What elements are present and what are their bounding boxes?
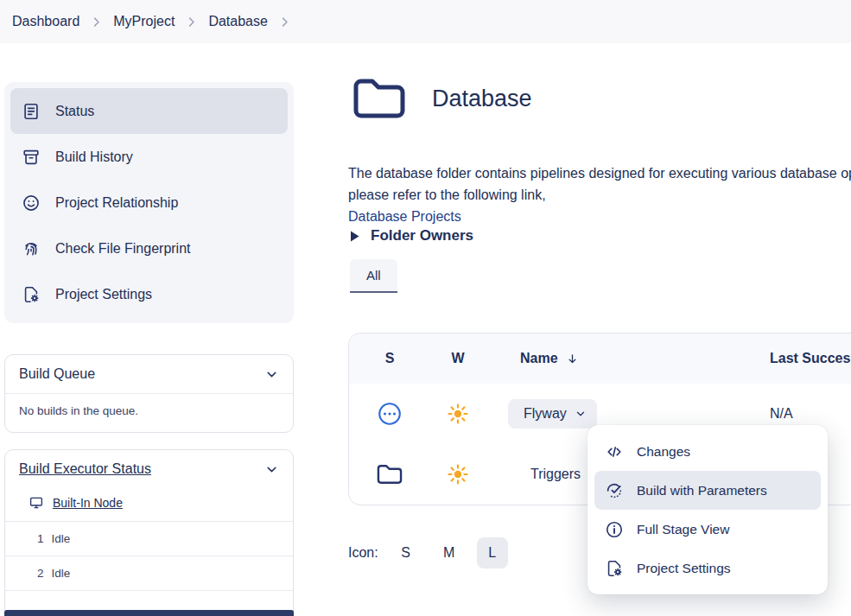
menu-item-label: Changes <box>637 444 690 460</box>
icon-size-large[interactable]: L <box>477 537 508 568</box>
chevron-right-icon <box>90 16 103 29</box>
folder-icon[interactable] <box>377 463 403 486</box>
project-relationship-icon <box>22 194 41 213</box>
monitor-icon <box>29 495 44 511</box>
chevron-right-icon <box>185 16 198 29</box>
breadcrumb-item-database[interactable]: Database <box>208 14 268 29</box>
menu-item-project-settings[interactable]: Project Settings <box>594 549 821 587</box>
sidebar-task-panel: Status Build History Project Relationshi… <box>4 82 294 323</box>
menu-item-full-stage-view[interactable]: Full Stage View <box>594 510 821 549</box>
last-success-value: N/A <box>732 406 851 422</box>
icon-size-label: Icon: <box>348 545 378 561</box>
build-executor-status-panel: Build Executor Status Built-In Node 1 Id… <box>4 449 294 616</box>
chevron-right-icon <box>278 16 291 29</box>
executor-row[interactable]: 2 Idle <box>5 556 293 590</box>
fingerprint-icon <box>22 239 41 258</box>
sidebar-item-label: Build History <box>55 149 133 165</box>
sidebar-item-check-file-fingerprint[interactable]: Check File Fingerprint <box>10 225 288 271</box>
build-executor-status-title[interactable]: Build Executor Status <box>19 461 151 477</box>
sidebar-item-label: Check File Fingerprint <box>55 241 191 257</box>
database-projects-link[interactable]: Database Projects <box>348 206 851 227</box>
build-queue-title[interactable]: Build Queue <box>19 366 95 382</box>
page-title: Database <box>432 86 532 112</box>
cut-off-panel-edge <box>4 610 294 616</box>
divider <box>5 590 293 591</box>
code-icon <box>605 442 624 461</box>
built-in-node-link[interactable]: Built-In Node <box>53 496 123 510</box>
build-queue-panel: Build Queue No builds in the queue. <box>4 354 294 433</box>
column-header-weather[interactable]: W <box>430 351 486 366</box>
column-header-last-success[interactable]: Last Success <box>732 351 851 366</box>
build-history-icon <box>22 148 41 167</box>
job-name-dropdown[interactable]: Flyway <box>508 399 597 429</box>
executor-row[interactable]: 1 Idle <box>5 522 293 556</box>
project-settings-icon <box>605 559 624 578</box>
menu-item-label: Build with Parameters <box>637 483 767 499</box>
menu-item-label: Full Stage View <box>637 522 729 537</box>
breadcrumb-item-dashboard[interactable]: Dashboard <box>12 14 79 29</box>
menu-item-changes[interactable]: Changes <box>594 432 821 471</box>
icon-size-medium[interactable]: M <box>434 537 465 568</box>
icon-size-small[interactable]: S <box>391 537 422 568</box>
project-settings-icon <box>22 285 41 304</box>
executor-number: 2 <box>37 567 44 580</box>
info-icon <box>605 520 624 539</box>
triangle-right-icon <box>350 231 359 242</box>
sidebar-item-build-history[interactable]: Build History <box>10 134 288 180</box>
sidebar-item-status[interactable]: Status <box>10 88 288 134</box>
description-line: The database folder contains pipelines d… <box>348 162 851 184</box>
ellipsis-circle-icon[interactable] <box>377 401 403 427</box>
folder-owners-toggle[interactable]: Folder Owners <box>350 227 473 244</box>
menu-item-build-with-parameters[interactable]: Build with Parameters <box>594 471 821 510</box>
chevron-down-icon <box>575 408 587 420</box>
build-queue-empty-message: No builds in the queue. <box>5 394 293 428</box>
sort-descending-icon <box>566 352 579 365</box>
sidebar-item-label: Project Settings <box>55 287 152 302</box>
executor-state: Idle <box>52 532 71 545</box>
sun-icon <box>446 462 470 486</box>
breadcrumb-item-myproject[interactable]: MyProject <box>113 14 175 29</box>
column-header-name-label: Name <box>520 351 558 366</box>
sidebar-item-label: Status <box>55 104 94 119</box>
build-icon <box>605 481 624 500</box>
menu-item-label: Project Settings <box>637 561 731 576</box>
chevron-down-icon[interactable] <box>264 462 279 477</box>
folder-owners-label: Folder Owners <box>371 227 473 244</box>
column-header-status[interactable]: S <box>349 351 430 366</box>
folder-description: The database folder contains pipelines d… <box>348 162 851 227</box>
sun-icon <box>446 402 470 426</box>
job-name: Flyway <box>524 406 567 422</box>
sidebar-item-label: Project Relationship <box>55 195 178 211</box>
executor-number: 1 <box>37 532 44 545</box>
sidebar-item-project-relationship[interactable]: Project Relationship <box>10 180 288 225</box>
table-header-row: S W Name Last Success <box>349 333 851 384</box>
icon-size-selector: Icon: S M L <box>348 537 508 568</box>
folder-icon <box>352 76 406 121</box>
breadcrumb: Dashboard MyProject Database <box>0 0 851 43</box>
description-line: please refer to the following link, <box>348 184 851 206</box>
tab-all[interactable]: All <box>350 259 397 293</box>
executor-state: Idle <box>52 567 71 580</box>
column-header-name[interactable]: Name <box>486 351 732 366</box>
job-name[interactable]: Triggers <box>530 467 581 482</box>
job-context-menu: Changes Build with Parameters Full Stage… <box>587 425 828 594</box>
sidebar-item-project-settings[interactable]: Project Settings <box>10 271 288 317</box>
status-icon <box>22 102 41 121</box>
chevron-down-icon[interactable] <box>264 367 279 382</box>
